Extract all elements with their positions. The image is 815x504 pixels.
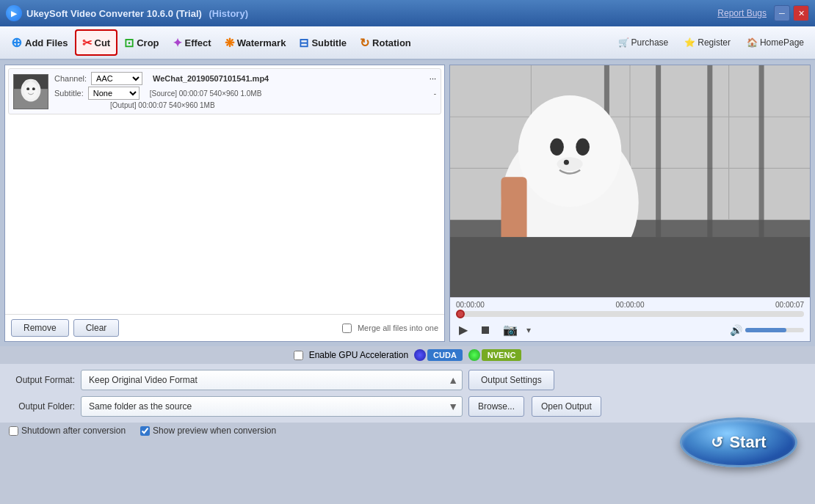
cuda-badge: CUDA (427, 349, 463, 361)
svg-point-7 (32, 87, 35, 90)
screenshot-dropdown-icon[interactable]: ▾ (526, 325, 531, 335)
clear-button[interactable]: Clear (73, 319, 120, 337)
channel-select[interactable]: AAC (91, 72, 142, 85)
time-start: 00:00:00 (456, 301, 485, 309)
subtitle-label: Subtitle: (54, 89, 84, 98)
file-actions: Remove Clear Merge all files into one (5, 314, 444, 341)
folder-select[interactable]: Same folder as the source (81, 396, 463, 417)
gpu-acceleration-checkbox[interactable] (294, 351, 303, 360)
output-info: [Output] 00:00:07 540×960 1MB (110, 101, 215, 109)
format-select[interactable]: Keep Original Video Format (81, 370, 463, 390)
watermark-button[interactable]: ❋ Watermark (218, 29, 293, 56)
minimize-button[interactable]: ─ (774, 5, 790, 21)
watermark-icon: ❋ (225, 36, 234, 50)
play-button[interactable]: ▶ (456, 321, 471, 338)
folder-label: Output Folder: (9, 401, 75, 412)
progress-bar[interactable] (456, 311, 804, 317)
cut-icon: ✂ (82, 36, 92, 50)
close-button[interactable]: ✕ (793, 5, 809, 21)
volume-row: 🔊 (730, 324, 804, 336)
video-preview (450, 65, 810, 297)
crop-label: Crop (137, 37, 159, 48)
toolbar: ⊕ Add Files ✂ Cut ⊡ Crop ✦ Effect ❋ Wate… (0, 26, 815, 60)
svg-rect-25 (501, 177, 526, 246)
add-files-icon: ⊕ (11, 34, 22, 51)
crop-button[interactable]: ⊡ Crop (117, 29, 165, 56)
cut-button[interactable]: ✂ Cut (75, 29, 118, 56)
crop-icon: ⊡ (124, 36, 134, 50)
remove-button[interactable]: Remove (11, 319, 69, 337)
rotation-label: Rotation (372, 37, 411, 48)
svg-point-21 (550, 138, 564, 155)
subtitle-button[interactable]: ⊟ Subtitle (292, 29, 353, 56)
app-title: UkeySoft Video Converter 10.6.0 (Trial) (26, 8, 202, 19)
homepage-button[interactable]: 🏠 HomePage (740, 34, 811, 51)
svg-point-5 (23, 81, 37, 98)
toolbar-right: 🛒 Purchase ⭐ Register 🏠 HomePage (612, 34, 811, 51)
file-meta: Channel: AAC WeChat_20190507101541.mp4 ·… (54, 72, 436, 111)
start-button[interactable]: ↺ Start (680, 417, 797, 467)
gpu-bar: Enable GPU Acceleration CUDA NVENC (0, 346, 815, 364)
shutdown-checkbox[interactable] (9, 426, 18, 436)
volume-slider[interactable] (745, 328, 804, 332)
subtitle-select[interactable]: None (88, 87, 140, 100)
file-panel: Channel: AAC WeChat_20190507101541.mp4 ·… (4, 65, 445, 342)
output-folder-row: Output Folder: Same folder as the source… (9, 396, 806, 417)
homepage-label: HomePage (760, 37, 804, 48)
register-button[interactable]: ⭐ Register (678, 34, 737, 51)
format-select-wrap: Keep Original Video Format ▲ (81, 370, 463, 390)
purchase-button[interactable]: 🛒 Purchase (612, 34, 675, 51)
show-preview-label: Show preview when conversion (153, 426, 276, 436)
volume-icon: 🔊 (730, 324, 742, 336)
shutdown-checkbox-item[interactable]: Shutdown after conversion (9, 426, 126, 436)
output-section: Output Format: Keep Original Video Forma… (0, 364, 815, 423)
output-format-row: Output Format: Keep Original Video Forma… (9, 370, 806, 390)
source-dash: - (434, 90, 436, 98)
video-controls: 00:00:00 00:00:00 00:00:07 ▶ ⏹ 📷 ▾ 🔊 (450, 297, 810, 341)
list-item: Channel: AAC WeChat_20190507101541.mp4 ·… (8, 68, 441, 114)
svg-point-20 (518, 95, 621, 207)
register-label: Register (698, 37, 731, 48)
add-files-button[interactable]: ⊕ Add Files (4, 29, 75, 56)
main-content: Channel: AAC WeChat_20190507101541.mp4 ·… (0, 60, 815, 346)
screenshot-button[interactable]: 📷 (500, 321, 521, 338)
show-preview-checkbox-item[interactable]: Show preview when conversion (140, 426, 276, 436)
subtitle-icon: ⊟ (299, 36, 308, 50)
effect-icon: ✦ (173, 36, 182, 50)
merge-label[interactable]: Merge all files into one (342, 324, 438, 333)
app-logo: ▶ (6, 5, 22, 21)
add-files-label: Add Files (25, 37, 68, 48)
rotation-icon: ↻ (360, 36, 369, 50)
output-settings-button[interactable]: Output Settings (468, 370, 554, 390)
progress-thumb[interactable] (456, 310, 465, 318)
title-bar: ▶ UkeySoft Video Converter 10.6.0 (Trial… (0, 0, 815, 26)
time-row: 00:00:00 00:00:00 00:00:07 (456, 301, 804, 309)
show-preview-checkbox[interactable] (140, 426, 150, 436)
purchase-icon: 🛒 (618, 37, 629, 48)
svg-point-22 (576, 138, 590, 155)
effect-button[interactable]: ✦ Effect (166, 29, 218, 56)
time-end: 00:00:07 (775, 301, 804, 309)
preview-panel: 00:00:00 00:00:00 00:00:07 ▶ ⏹ 📷 ▾ 🔊 (449, 65, 811, 342)
open-output-button[interactable]: Open Output (532, 396, 601, 417)
svg-rect-26 (450, 237, 810, 297)
register-icon: ⭐ (684, 37, 695, 48)
subtitle-label: Subtitle (311, 37, 347, 48)
controls-row: ▶ ⏹ 📷 ▾ 🔊 (456, 321, 804, 338)
history-label[interactable]: (History) (209, 8, 248, 19)
rotation-button[interactable]: ↻ Rotation (353, 29, 418, 56)
channel-label: Channel: (54, 74, 87, 83)
start-label: Start (729, 433, 766, 452)
stop-button[interactable]: ⏹ (477, 322, 494, 338)
browse-button[interactable]: Browse... (468, 396, 524, 417)
merge-checkbox[interactable] (342, 324, 352, 333)
start-icon: ↺ (711, 434, 723, 451)
file-list: Channel: AAC WeChat_20190507101541.mp4 ·… (5, 65, 444, 314)
report-bugs-link[interactable]: Report Bugs (717, 8, 767, 18)
cut-label: Cut (95, 37, 111, 48)
purchase-label: Purchase (631, 37, 669, 48)
more-options-icon[interactable]: ··· (430, 74, 436, 83)
time-current: 00:00:00 (616, 301, 645, 309)
title-controls: ─ ✕ (774, 5, 809, 21)
svg-point-24 (564, 160, 569, 165)
